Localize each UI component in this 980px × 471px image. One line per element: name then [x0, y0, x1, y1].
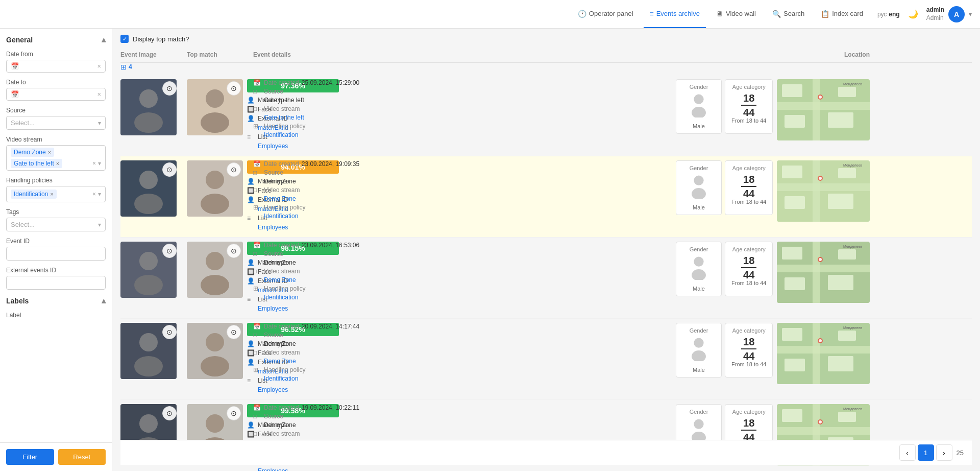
- nav-index-card[interactable]: 📋 Index card: [815, 0, 869, 28]
- user-chevron-icon: ▾: [969, 11, 972, 18]
- svg-rect-32: [785, 196, 805, 209]
- date-from-input[interactable]: 📅 ×: [6, 60, 106, 73]
- tag-gate-left-remove[interactable]: ×: [56, 160, 59, 167]
- date-to-text[interactable]: [21, 90, 95, 98]
- handling-policy-label: Handling policy: [264, 285, 305, 292]
- prev-page-button[interactable]: ‹: [899, 444, 916, 461]
- external-events-id-input[interactable]: [6, 276, 106, 290]
- handling-policies-tags[interactable]: Identification × × ▾: [6, 186, 106, 202]
- age-title: Age category: [731, 246, 766, 252]
- nav-video-wall[interactable]: 🖥 Video wall: [710, 0, 762, 28]
- event-image-cell: ⊙: [120, 323, 182, 379]
- handling-policies-field: Handling policies Identification × × ▾: [6, 177, 106, 202]
- list-value[interactable]: Employees: [258, 143, 288, 150]
- svg-rect-47: [782, 247, 802, 260]
- date-from-text[interactable]: [21, 62, 95, 70]
- handling-policy-value[interactable]: Identification: [264, 294, 298, 301]
- nav-events-archive[interactable]: ≡ Events archive: [644, 0, 706, 28]
- tags-select[interactable]: Select... ▾: [6, 218, 106, 231]
- date-to-input[interactable]: 📅 ×: [6, 88, 106, 101]
- location-map[interactable]: Менделеев: [777, 242, 870, 303]
- event-image-expand-button[interactable]: ⊙: [162, 81, 177, 96]
- gender-value: Male: [682, 286, 715, 292]
- video-stream-row: □ Video stream: [253, 268, 412, 275]
- theme-toggle[interactable]: 🌙: [908, 9, 918, 19]
- date-created-row: 📅 Date created 19.09.2024, 10:22:11: [253, 404, 412, 411]
- source-label: Source: [264, 169, 283, 176]
- match-image-expand-button[interactable]: ⊙: [227, 244, 241, 258]
- reset-button[interactable]: Reset: [58, 449, 106, 465]
- match-image-expand-button[interactable]: ⊙: [227, 325, 241, 339]
- age-label: From 18 to 44: [731, 199, 766, 205]
- match-image-expand-button[interactable]: ⊙: [227, 81, 241, 96]
- video-stream-row: □ Video stream: [253, 186, 412, 194]
- display-top-match-label[interactable]: Display top match?: [133, 35, 189, 43]
- svg-point-37: [139, 252, 158, 270]
- gender-box: Gender Male: [676, 79, 722, 134]
- labels-section-title[interactable]: Labels ▴: [6, 296, 106, 305]
- gender-title: Gender: [682, 165, 715, 171]
- tag-identification-remove[interactable]: ×: [50, 191, 53, 197]
- video-stream-value[interactable]: Demo Zone: [264, 276, 296, 284]
- match-image-expand-button[interactable]: ⊙: [227, 162, 241, 177]
- handling-policy-label: Handling policy: [264, 204, 305, 211]
- list-value[interactable]: Employees: [258, 224, 288, 231]
- filter-button[interactable]: Filter: [6, 449, 54, 465]
- list-value[interactable]: Employees: [258, 467, 288, 471]
- svg-rect-66: [838, 331, 856, 341]
- location-map[interactable]: Менделеев: [777, 323, 870, 384]
- handling-policy-value[interactable]: Identification: [264, 131, 298, 138]
- svg-point-88: [819, 420, 822, 423]
- match-image-cell: ⊙: [187, 242, 243, 298]
- handling-policies-clear-icon[interactable]: ×: [92, 191, 96, 198]
- event-image-expand-button[interactable]: ⊙: [162, 406, 177, 420]
- video-stream-value[interactable]: Demo Zone: [264, 358, 296, 365]
- event-image-expand-button[interactable]: ⊙: [162, 244, 177, 258]
- age-box: Age category 18 44 From 18 to 44: [725, 242, 773, 296]
- date-created-label: Date created: [264, 160, 299, 168]
- external-events-id-field: External events ID: [6, 267, 106, 290]
- list-value[interactable]: Employees: [258, 305, 288, 312]
- svg-point-56: [134, 356, 163, 376]
- source-value: Gate to the left: [264, 97, 304, 104]
- date-created-row: 📅 Date created 23.09.2024, 16:53:06: [253, 242, 412, 249]
- svg-rect-50: [785, 277, 805, 290]
- video-stream-clear-icon[interactable]: ×: [92, 160, 96, 167]
- handling-policy-value[interactable]: Identification: [264, 213, 298, 220]
- svg-point-40: [206, 252, 224, 270]
- display-top-match-checkbox[interactable]: ✓: [120, 35, 129, 43]
- gender-box: Gender Male: [676, 323, 722, 378]
- match-image-cell: ⊙: [187, 323, 243, 379]
- lang-eng[interactable]: eng: [889, 11, 899, 18]
- event-image-expand-button[interactable]: ⊙: [162, 162, 177, 177]
- nav-operator-panel[interactable]: 🕐 Operator panel: [572, 0, 640, 28]
- current-page-button[interactable]: 1: [918, 444, 934, 461]
- total-pages: 25: [957, 449, 964, 457]
- date-to-clear-icon[interactable]: ×: [97, 90, 101, 98]
- nav-search[interactable]: 🔍 Search: [766, 0, 811, 28]
- date-from-clear-icon[interactable]: ×: [97, 62, 101, 70]
- svg-point-38: [134, 275, 163, 295]
- lang-rus[interactable]: рус: [877, 11, 887, 18]
- general-section-title[interactable]: General ▴: [6, 35, 106, 44]
- match-image-expand-button[interactable]: ⊙: [227, 406, 241, 420]
- video-stream-tags[interactable]: Demo Zone × Gate to the left × × ▾: [6, 145, 106, 171]
- location-map[interactable]: Менделеев: [777, 160, 870, 222]
- source-select[interactable]: Select... ▾: [6, 116, 106, 130]
- video-stream-value[interactable]: Gate to the left: [264, 114, 304, 121]
- svg-rect-31: [828, 194, 853, 209]
- gender-title: Gender: [682, 409, 715, 415]
- user-menu[interactable]: admin Admin A ▾: [926, 6, 972, 22]
- svg-rect-64: [813, 323, 820, 384]
- handling-policy-value[interactable]: Identification: [264, 375, 298, 382]
- list-value[interactable]: Employees: [258, 386, 288, 393]
- event-image-expand-button[interactable]: ⊙: [162, 325, 177, 339]
- gender-title: Gender: [682, 246, 715, 252]
- gender-age-container: Gender Male Age category 18 44 From 18 t…: [676, 323, 773, 378]
- tag-demo-zone-remove[interactable]: ×: [48, 149, 51, 155]
- location-map[interactable]: Менделеев: [777, 79, 870, 140]
- next-page-button[interactable]: ›: [936, 444, 952, 461]
- event-id-input[interactable]: [6, 247, 106, 261]
- video-stream-value[interactable]: Demo Zone: [264, 195, 296, 202]
- svg-text:Менделеев: Менделеев: [843, 407, 862, 411]
